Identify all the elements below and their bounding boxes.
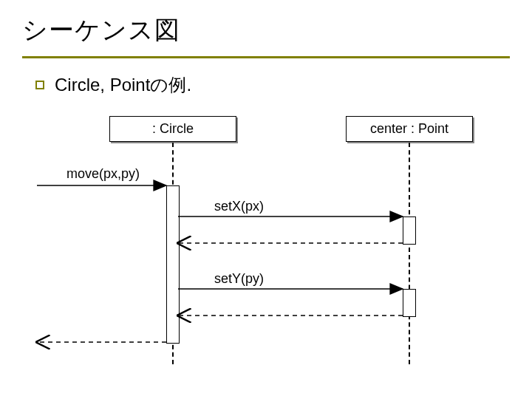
bullet-text: Circle, Pointの例.	[55, 73, 191, 97]
slide-title: シーケンス図	[22, 13, 510, 47]
bullet-row: Circle, Pointの例.	[35, 73, 510, 97]
bullet-icon	[35, 81, 44, 89]
arrows-layer	[35, 106, 508, 379]
sequence-diagram: : Circle center : Point move(px,py) setX…	[35, 106, 508, 379]
